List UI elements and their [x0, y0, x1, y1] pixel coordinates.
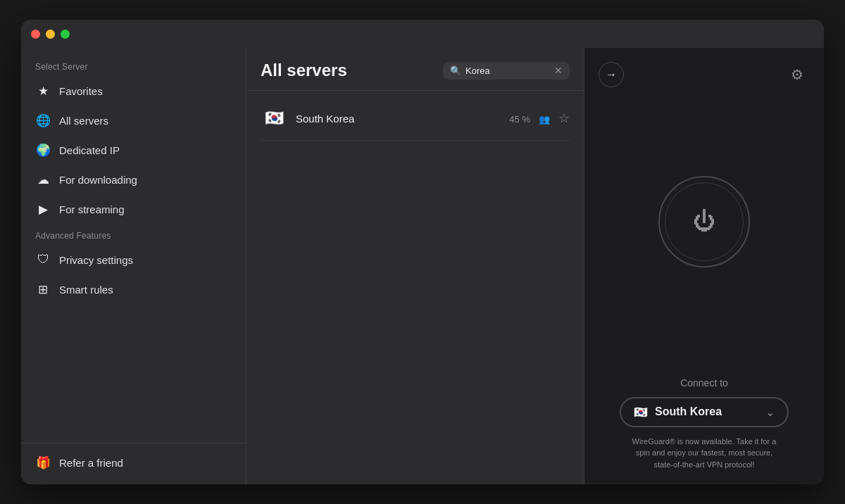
settings-button[interactable]: ⚙ — [784, 62, 810, 87]
sidebar-item-all-servers[interactable]: 🌐 All servers — [21, 106, 246, 135]
close-button[interactable] — [31, 30, 40, 39]
sidebar-item-downloading[interactable]: ☁ For downloading — [21, 165, 246, 194]
divider — [261, 140, 570, 141]
refer-label: Refer a friend — [59, 457, 123, 469]
server-meta: 45 % 👥 — [509, 114, 550, 125]
selector-left: 🇰🇷 South Korea — [634, 405, 722, 419]
sidebar-item-privacy[interactable]: 🛡 Privacy settings — [21, 245, 246, 275]
globe-icon: 🌐 — [35, 113, 51, 128]
maximize-button[interactable] — [61, 30, 70, 39]
server-list-panel: All servers 🔍 ✕ 🇰🇷 South Korea — [246, 48, 584, 484]
server-load: 45 % — [509, 114, 530, 125]
wireguard-notice: WireGuard® is now available. Take it for… — [627, 436, 782, 471]
power-icon: ⏻ — [693, 208, 715, 234]
streaming-label: For streaming — [59, 203, 125, 215]
right-panel: → ⚙ ⏻ Connect to 🇰🇷 South Kore — [584, 48, 824, 484]
chevron-down-icon: ⌄ — [765, 405, 775, 419]
shield-icon: 🛡 — [35, 252, 51, 267]
traffic-lights — [31, 30, 70, 39]
streaming-icon: ▶ — [35, 201, 51, 217]
advanced-features-label: Advanced Features — [21, 224, 246, 245]
server-list: 🇰🇷 South Korea 45 % 👥 ☆ — [246, 91, 584, 484]
connect-to-label: Connect to — [680, 377, 728, 389]
server-info: South Korea — [296, 113, 501, 125]
search-input[interactable] — [465, 65, 550, 76]
select-server-label: Select Server — [21, 55, 246, 76]
flag-south-korea: 🇰🇷 — [261, 105, 287, 132]
selected-flag: 🇰🇷 — [634, 405, 648, 419]
sidebar-item-streaming[interactable]: ▶ For streaming — [21, 194, 246, 224]
navigate-button[interactable]: → — [599, 62, 624, 87]
users-icon: 👥 — [539, 114, 550, 125]
server-list-header: All servers 🔍 ✕ — [246, 48, 584, 91]
right-panel-top: → ⚙ — [599, 62, 810, 87]
sidebar-item-dedicated-ip[interactable]: 🌍 Dedicated IP — [21, 135, 246, 165]
clear-search-button[interactable]: ✕ — [554, 65, 563, 75]
dedicated-ip-icon: 🌍 — [35, 142, 51, 158]
app-window: Select Server ★ Favorites 🌐 All servers … — [21, 20, 824, 484]
title-bar — [21, 20, 824, 48]
selected-country: South Korea — [655, 405, 722, 418]
main-panel: All servers 🔍 ✕ 🇰🇷 South Korea — [246, 48, 824, 484]
smart-rules-label: Smart rules — [59, 284, 113, 296]
gift-icon: 🎁 — [35, 455, 51, 470]
smart-rules-icon: ⊞ — [35, 282, 51, 297]
connect-area: Connect to 🇰🇷 South Korea ⌄ WireGuard® i… — [599, 377, 810, 471]
download-icon: ☁ — [35, 172, 51, 187]
sidebar-item-smart-rules[interactable]: ⊞ Smart rules — [21, 275, 246, 304]
power-area: ⏻ — [658, 176, 750, 267]
sidebar: Select Server ★ Favorites 🌐 All servers … — [21, 48, 246, 484]
search-bar[interactable]: 🔍 ✕ — [443, 62, 570, 80]
table-row[interactable]: 🇰🇷 South Korea 45 % 👥 ☆ — [246, 96, 584, 140]
country-selector[interactable]: 🇰🇷 South Korea ⌄ — [620, 397, 789, 427]
all-servers-label: All servers — [59, 115, 108, 127]
sidebar-item-refer[interactable]: 🎁 Refer a friend — [21, 448, 246, 477]
minimize-button[interactable] — [46, 30, 55, 39]
power-button[interactable]: ⏻ — [658, 176, 750, 267]
downloading-label: For downloading — [59, 174, 137, 186]
gear-icon: ⚙ — [791, 66, 803, 83]
star-icon: ★ — [35, 83, 51, 99]
favorite-star[interactable]: ☆ — [558, 111, 570, 126]
dedicated-ip-label: Dedicated IP — [59, 144, 120, 156]
privacy-label: Privacy settings — [59, 254, 133, 266]
server-name: South Korea — [296, 113, 501, 125]
app-content: Select Server ★ Favorites 🌐 All servers … — [21, 48, 824, 484]
favorites-label: Favorites — [59, 85, 103, 97]
sidebar-item-favorites[interactable]: ★ Favorites — [21, 76, 246, 106]
server-list-title: All servers — [261, 61, 347, 80]
sidebar-bottom: 🎁 Refer a friend — [21, 443, 246, 477]
search-icon: 🔍 — [450, 65, 461, 76]
